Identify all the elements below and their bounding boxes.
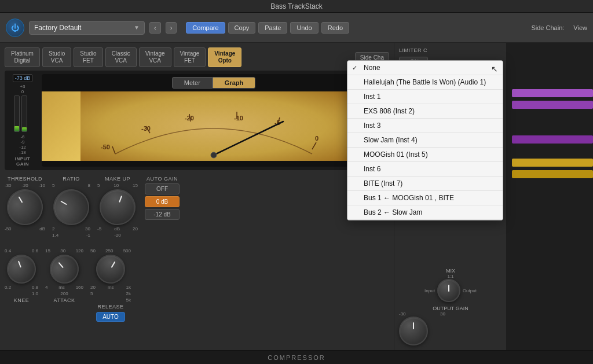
dropdown-item-inst6[interactable]: Inst 6 bbox=[347, 162, 503, 177]
compare-button[interactable]: Compare bbox=[186, 22, 225, 34]
svg-rect-0 bbox=[80, 91, 347, 161]
redo-button[interactable]: Redo bbox=[321, 22, 349, 34]
autogain-12db-button[interactable]: -12 dB bbox=[145, 209, 180, 220]
knee-label: KNEE bbox=[14, 297, 30, 303]
attack-knob[interactable] bbox=[44, 249, 85, 289]
window-title: Bass TrackStack bbox=[270, 2, 322, 10]
preset-type-tabs: PlatinumDigital StudioVCA StudioFET Clas… bbox=[5, 47, 389, 67]
dropdown-item-hallelujah[interactable]: Hallelujah (The Battle Is Won) (Audio 1) bbox=[347, 75, 503, 90]
input-gain-strip: -73 dB +3 0 -6 -9 -12 -18 INPUT GAIN bbox=[8, 74, 37, 167]
output-gain-scale: -30 30 bbox=[399, 311, 445, 317]
tab-studio-vca[interactable]: StudioVCA bbox=[42, 47, 71, 67]
svg-text:-10: -10 bbox=[234, 115, 243, 122]
dropdown-item-none[interactable]: ✓ None bbox=[347, 61, 503, 75]
tab-platinum-digital[interactable]: PlatinumDigital bbox=[5, 47, 40, 67]
power-button[interactable]: ⏻ bbox=[6, 19, 24, 37]
top-bar: Bass TrackStack bbox=[0, 0, 593, 13]
attack-label: ATTACK bbox=[53, 297, 75, 303]
dropdown-item-exs808[interactable]: EXS 808 (Inst 2) bbox=[347, 104, 503, 119]
tab-vintage-vca[interactable]: VintageVCA bbox=[139, 47, 171, 67]
auto-button[interactable]: AUTO bbox=[96, 312, 125, 322]
tab-classic-vca[interactable]: ClassicVCA bbox=[105, 47, 137, 67]
sidechain-area: Side Chain: View bbox=[531, 24, 587, 31]
dropdown-item-bite[interactable]: BITE (Inst 7) bbox=[347, 177, 503, 191]
track-area bbox=[506, 43, 593, 350]
controls-section: THRESHOLD -30-20-10 -50dB RATIO 58 230 bbox=[5, 174, 389, 240]
dropdown-item-label: MOOGish 01 (Inst 5) bbox=[364, 150, 428, 159]
paste-button[interactable]: Paste bbox=[258, 22, 287, 34]
output-gain-knob[interactable] bbox=[399, 317, 428, 345]
dropdown-item-label: Hallelujah (The Battle Is Won) (Audio 1) bbox=[364, 78, 486, 86]
tab-studio-fet[interactable]: StudioFET bbox=[74, 47, 103, 67]
mix-input-label: Input bbox=[424, 288, 435, 293]
main-meter-display: Meter Graph bbox=[42, 74, 386, 167]
dropdown-item-slowjam[interactable]: Slow Jam (Inst 4) bbox=[347, 133, 503, 148]
preset-dropdown[interactable]: Factory Default ▼ bbox=[29, 21, 145, 35]
dropdown-item-label: Bus 1 ← MOOGish 01 , BITE bbox=[364, 194, 454, 202]
dropdown-item-label: None bbox=[364, 64, 380, 72]
power-icon: ⏻ bbox=[11, 23, 19, 32]
meter-tab-meter[interactable]: Meter bbox=[172, 77, 213, 89]
mix-knob[interactable] bbox=[437, 279, 460, 302]
track-strip-2 bbox=[512, 101, 593, 109]
makeup-knob[interactable] bbox=[94, 184, 140, 230]
dropdown-item-inst1[interactable]: Inst 1 bbox=[347, 90, 503, 104]
output-scale-right: 30 bbox=[440, 311, 445, 317]
left-section: PlatinumDigital StudioVCA StudioFET Clas… bbox=[0, 43, 394, 350]
sidechain-dropdown: ✓ None Hallelujah (The Battle Is Won) (A… bbox=[347, 60, 503, 220]
dropdown-item-label: Slow Jam (Inst 4) bbox=[364, 136, 418, 144]
ratio-label: RATIO bbox=[63, 176, 79, 182]
copy-button[interactable]: Copy bbox=[228, 22, 256, 34]
threshold-knob[interactable] bbox=[1, 183, 50, 232]
mix-ratio: 1:1 bbox=[399, 274, 502, 279]
autogain-group: AUTO GAIN OFF 0 dB -12 dB bbox=[145, 176, 180, 220]
bottom-bar-label: Compressor bbox=[268, 354, 325, 361]
release-label: RELEASE bbox=[97, 304, 123, 310]
dropdown-item-label: Inst 6 bbox=[364, 165, 380, 173]
vu-gauge-svg: -50 -30 -20 -10 -5 0 bbox=[42, 91, 386, 161]
autogain-off-button[interactable]: OFF bbox=[145, 183, 180, 194]
output-gain-section: OUTPUT GAIN -30 30 bbox=[399, 306, 502, 345]
track-strip-1 bbox=[512, 89, 593, 97]
mix-label: MIX bbox=[399, 268, 502, 274]
makeup-group: MAKE UP 51015 -5dB20 -20 bbox=[97, 176, 138, 238]
svg-text:-50: -50 bbox=[101, 144, 110, 150]
undo-button[interactable]: Undo bbox=[290, 22, 318, 34]
plugin-body: PlatinumDigital StudioVCA StudioFET Clas… bbox=[0, 43, 593, 350]
attack-group: 1530120 4ms160 200 ATTACK bbox=[45, 248, 83, 303]
release-knob[interactable] bbox=[91, 249, 130, 289]
sidechain-label: Side Chain: bbox=[531, 24, 564, 31]
nav-next-button[interactable]: › bbox=[166, 22, 177, 34]
track-strip-5 bbox=[512, 135, 593, 144]
dropdown-arrow-icon: ▼ bbox=[134, 24, 140, 31]
toolbar-buttons: Compare Copy Paste Undo Redo bbox=[186, 22, 349, 34]
meter-tabs: Meter Graph bbox=[42, 74, 386, 91]
track-strip-4 bbox=[512, 170, 593, 178]
bottom-bar: Compressor bbox=[0, 350, 593, 364]
output-scale-left: -30 bbox=[399, 311, 406, 317]
vu-gauge: -50 -30 -20 -10 -5 0 bbox=[42, 91, 386, 161]
dropdown-item-label: EXS 808 (Inst 2) bbox=[364, 107, 415, 115]
tab-vintage-fet[interactable]: VintageFET bbox=[174, 47, 206, 67]
dropdown-item-bus2[interactable]: Bus 2 ← Slow Jam bbox=[347, 205, 503, 220]
dropdown-item-label: Inst 1 bbox=[364, 93, 380, 101]
autogain-0db-button[interactable]: 0 dB bbox=[145, 196, 180, 207]
limiter-label: LIMITER C bbox=[399, 47, 502, 53]
view-label: View bbox=[573, 24, 587, 31]
svg-text:0: 0 bbox=[315, 135, 319, 142]
knee-knob[interactable] bbox=[3, 251, 40, 288]
dropdown-item-inst3[interactable]: Inst 3 bbox=[347, 119, 503, 133]
dropdown-item-moogish[interactable]: MOOGish 01 (Inst 5) bbox=[347, 148, 503, 162]
nav-prev-button[interactable]: ‹ bbox=[149, 22, 161, 34]
release-group: 50250500 20ms1k 52k 5k RELEASE AUTO bbox=[90, 248, 131, 322]
dropdown-item-label: Bus 2 ← Slow Jam bbox=[364, 208, 422, 216]
svg-point-14 bbox=[211, 152, 217, 158]
bottom-controls-section: 0.40.6 0.20.8 1.0 KNEE 1530120 4ms160 bbox=[5, 246, 389, 324]
meter-tab-graph[interactable]: Graph bbox=[213, 77, 255, 89]
dropdown-item-label: Inst 3 bbox=[364, 122, 380, 130]
tab-vintage-opto[interactable]: VintageOpto bbox=[208, 47, 241, 67]
knee-group: 0.40.6 0.20.8 1.0 KNEE bbox=[5, 248, 38, 303]
dropdown-item-bus1[interactable]: Bus 1 ← MOOGish 01 , BITE bbox=[347, 191, 503, 205]
ratio-knob[interactable] bbox=[47, 183, 96, 232]
meter-section: -73 dB +3 0 -6 -9 -12 -18 INPUT GAIN bbox=[5, 71, 389, 170]
